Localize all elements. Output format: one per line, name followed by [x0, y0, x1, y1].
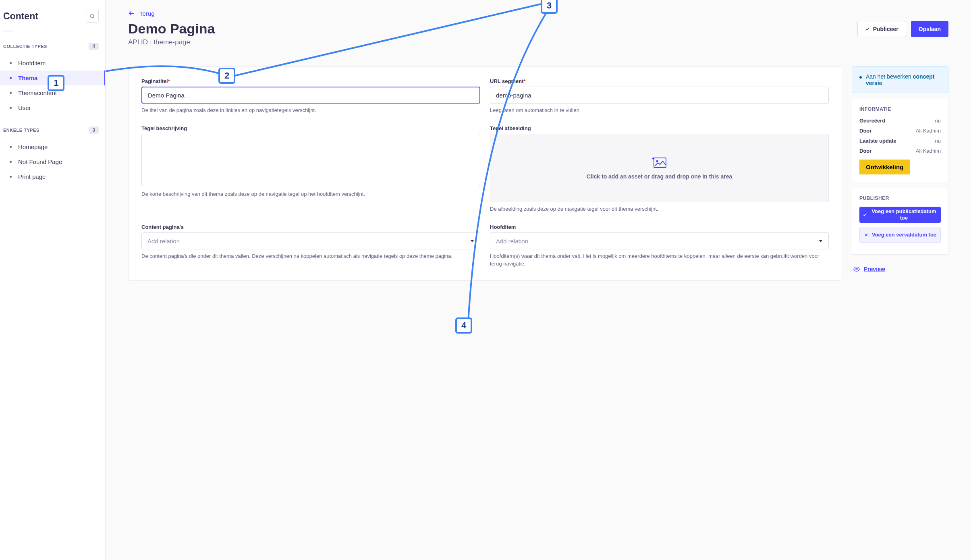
eye-icon	[853, 266, 860, 272]
arrow-left-icon	[128, 10, 135, 17]
search-button[interactable]	[86, 10, 99, 23]
created-value: nu	[935, 118, 941, 124]
enkele-list: Homepage Not Found Page Print page	[0, 137, 105, 192]
publisher-heading: PUBLISHER	[859, 195, 941, 201]
publish-button[interactable]: Publiceer	[857, 21, 906, 37]
paginatitel-input[interactable]	[141, 87, 480, 104]
field-hint: Hoofditem(s) waar dit thema onder valt. …	[490, 253, 829, 267]
url-segment-input[interactable]	[490, 87, 829, 104]
hoofditem-select[interactable]: Add relation	[490, 232, 829, 249]
annotation-marker-3: 3	[541, 0, 558, 14]
by-label-2: Door	[859, 148, 871, 154]
status-dot-icon	[859, 76, 862, 79]
add-expiry-date-button[interactable]: Voeg een vervaldatum toe	[859, 227, 941, 243]
field-hint: De content pagina's die onder dit thema …	[141, 253, 480, 260]
field-hoofditem: Hoofditem Add relation Hoofditem(s) waar…	[490, 224, 829, 267]
created-label: Gecreëerd	[859, 118, 885, 124]
divider	[3, 31, 13, 31]
upload-text: Click to add an asset or drag and drop o…	[587, 173, 732, 180]
field-label: URL segment*	[490, 78, 829, 84]
svg-line-1	[93, 17, 95, 19]
field-hint: De afbeelding zoals deze op de navigatie…	[490, 205, 829, 213]
field-tegel-beschrijving: Tegel beschrijving De korte beschrijving…	[141, 125, 480, 213]
sidebar-item-print[interactable]: Print page	[0, 169, 105, 184]
field-hint: De titel van de pagina zoals deze in lin…	[141, 107, 480, 114]
section-enkele-header: ENKELE TYPES 3	[0, 123, 105, 137]
aside-panel: Aan het bewerken concept versie INFORMAT…	[852, 66, 948, 272]
count-badge: 4	[89, 43, 99, 50]
sidebar-title: Content	[3, 11, 38, 22]
field-url-segment: URL segment* Leeg laten om automatisch i…	[490, 78, 829, 114]
preview-link[interactable]: Preview	[852, 260, 948, 272]
caret-down-icon	[470, 240, 474, 242]
add-publish-date-button[interactable]: Voeg een publicatiedatum toe	[859, 207, 941, 223]
svg-point-0	[90, 14, 93, 17]
field-hint: De korte beschrijving van dit thema zoal…	[141, 191, 480, 198]
api-id: API ID : theme-page	[128, 38, 215, 46]
info-card: INFORMATIE Gecreëerdnu DoorAli Kadhim La…	[852, 99, 948, 182]
form-card: Paginatitel* De titel van de pagina zoal…	[128, 66, 842, 281]
field-label: Tegel beschrijving	[141, 125, 480, 131]
svg-point-9	[856, 268, 857, 270]
info-heading: INFORMATIE	[859, 106, 941, 112]
sidebar-item-user[interactable]: User	[0, 100, 105, 115]
annotation-marker-4: 4	[455, 317, 472, 334]
field-label: Hoofditem	[490, 224, 829, 230]
field-label: Paginatitel*	[141, 78, 480, 84]
dev-badge: Ontwikkeling	[859, 160, 910, 174]
content-paginas-select[interactable]: Add relation	[141, 232, 480, 249]
sidebar-item-not-found[interactable]: Not Found Page	[0, 154, 105, 169]
by-value: Ali Kadhim	[916, 128, 941, 134]
updated-value: nu	[935, 138, 941, 144]
updated-label: Laatste update	[859, 138, 896, 144]
field-content-paginas: Content pagina's Add relation De content…	[141, 224, 480, 267]
check-icon	[863, 212, 867, 217]
sidebar-item-hoofditem[interactable]: Hoofditem	[0, 56, 105, 71]
field-paginatitel: Paginatitel* De titel van de pagina zoal…	[141, 78, 480, 114]
field-label: Content pagina's	[141, 224, 480, 230]
caret-down-icon	[819, 240, 823, 242]
by-value-2: Ali Kadhim	[916, 148, 941, 154]
svg-point-4	[656, 160, 658, 162]
section-label: ENKELE TYPES	[3, 128, 39, 133]
tegel-beschrijving-textarea[interactable]	[141, 134, 480, 186]
field-tegel-afbeelding: Tegel afbeelding Click to add an asset o…	[490, 125, 829, 213]
main-content: Terug Demo Pagina API ID : theme-page Pu…	[106, 0, 971, 560]
annotation-marker-2: 2	[218, 68, 235, 84]
upload-zone[interactable]: Click to add an asset or drag and drop o…	[490, 134, 829, 202]
save-button[interactable]: Opslaan	[911, 21, 948, 37]
field-label: Tegel afbeelding	[490, 125, 829, 131]
image-upload-icon	[652, 156, 667, 168]
annotation-marker-1: 1	[48, 75, 64, 91]
section-label: COLLECTIE TYPES	[3, 44, 47, 49]
count-badge: 3	[89, 127, 99, 134]
section-collectie-header: COLLECTIE TYPES 4	[0, 39, 105, 53]
close-icon	[864, 232, 869, 237]
field-hint: Leeg laten om automatisch in te vullen.	[490, 107, 829, 114]
search-icon	[89, 13, 95, 19]
page-title: Demo Pagina	[128, 21, 215, 37]
by-label: Door	[859, 128, 871, 134]
check-icon	[865, 27, 870, 31]
back-link[interactable]: Terug	[128, 10, 155, 17]
status-box: Aan het bewerken concept versie	[852, 66, 948, 93]
sidebar-item-homepage[interactable]: Homepage	[0, 139, 105, 154]
publisher-card: PUBLISHER Voeg een publicatiedatum toe V…	[852, 188, 948, 255]
